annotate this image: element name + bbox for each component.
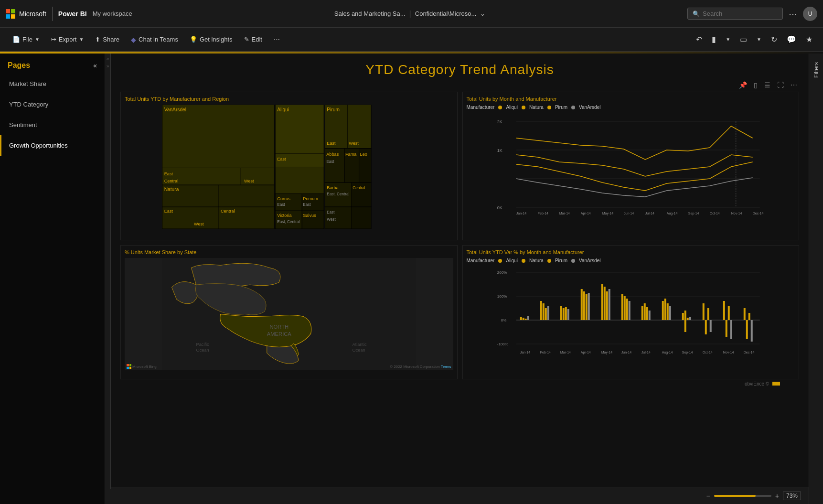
bar-chart-title: Total Units YTD Var % by Month and Manuf… [467,249,795,255]
treemap-container[interactable]: VanArsdel East Central West Natura [125,105,453,229]
svg-text:Salvus: Salvus [303,213,316,218]
svg-text:East: East [327,141,336,146]
treemap-svg: VanArsdel East Central West Natura [125,105,453,229]
svg-rect-118 [648,311,650,320]
toolbar-more[interactable]: ⋯ [269,33,285,46]
svg-rect-135 [730,320,732,339]
search-input[interactable] [703,10,774,17]
filter-icon[interactable]: ☰ [762,80,772,90]
svg-rect-136 [743,308,745,320]
svg-rect-130 [707,308,709,320]
microsoft-label: Microsoft [19,10,46,18]
svg-rect-121 [666,303,668,320]
svg-text:Feb-14: Feb-14 [540,351,550,354]
svg-text:Aug-14: Aug-14 [662,351,673,354]
zoom-slider[interactable] [714,495,771,497]
rect-icon[interactable]: ▭ [737,33,750,46]
pin-icon[interactable]: 📌 [737,80,749,90]
svg-rect-132 [723,301,725,320]
svg-text:East: East [326,160,334,164]
svg-rect-126 [686,318,688,320]
svg-text:VanArsdel: VanArsdel [164,107,186,112]
top-header: Microsoft Power BI My workspace Sales an… [0,0,823,28]
star-icon[interactable]: ★ [803,33,815,46]
collapse-icon[interactable]: « [93,62,97,69]
treemap-chart-box: Total Units YTD by Manufacturer and Regi… [120,92,458,240]
sidebar-item-growth-opportunities[interactable]: Growth Opportunities [0,135,105,156]
svg-rect-113 [626,299,628,320]
svg-text:East: East [164,172,173,176]
terms-link[interactable]: Terms [441,365,451,369]
svg-text:Jan-14: Jan-14 [520,351,530,354]
filters-panel[interactable]: Filters [809,54,823,504]
map-copyright: © 2022 Microsoft Corporation Terms [390,365,451,369]
bar-chart-area[interactable]: 200% 100% 0% -100% [467,265,795,375]
svg-rect-96 [542,303,544,320]
svg-text:Leo: Leo [360,152,367,157]
charts-grid: Total Units YTD by Manufacturer and Regi… [116,92,804,379]
zoom-plus-button[interactable]: + [775,492,779,500]
ellipsis-icon[interactable]: ⋯ [789,80,799,90]
legend-pirum: Pirum [555,105,567,110]
svg-rect-124 [684,311,686,320]
header-divider [52,7,53,21]
main-layout: Pages « Market Share YTD Category Sentim… [0,54,823,504]
svg-text:Abbas: Abbas [326,152,339,157]
line-chart-area[interactable]: 2K 1K 0K Jan-14 Feb-14 Mar-14 Apr-14 [467,112,795,236]
svg-text:Natura: Natura [164,187,179,192]
file-button[interactable]: 📄 File ▼ [8,33,44,46]
bookmark-chevron[interactable]: ▼ [723,35,733,44]
export-icon: ↦ [51,36,56,43]
bar-legend-natura: Natura [529,258,544,263]
svg-text:May-14: May-14 [602,212,613,215]
export-button[interactable]: ↦ Export ▼ [46,33,88,46]
svg-rect-138 [748,313,750,320]
chevron-down-icon: ⌄ [480,10,485,17]
svg-rect-139 [750,320,752,342]
map-canvas[interactable]: NORTH AMERICA Pacific Ocean Atlantic Oce… [125,258,453,370]
avatar[interactable]: U [803,7,817,21]
svg-rect-119 [662,301,663,320]
file-chevron: ▼ [35,37,40,42]
svg-text:Central: Central [221,209,235,214]
legend-label: Manufacturer [467,105,495,110]
svg-rect-107 [601,284,603,320]
svg-rect-134 [727,306,729,320]
svg-rect-104 [583,291,585,320]
comment-icon[interactable]: 💬 [784,33,799,46]
chat-button[interactable]: ◆ Chat in Teams [126,33,183,46]
more-options-icon[interactable]: ⋯ [789,9,797,19]
expand-icon[interactable]: ⛶ [775,80,786,90]
zoom-minus-button[interactable]: − [706,492,710,500]
svg-rect-99 [560,306,562,320]
svg-rect-122 [669,306,671,320]
copy-icon[interactable]: ▯ [752,80,759,90]
bing-credit: Microsoft Bing [127,363,157,369]
svg-text:West: West [194,222,204,226]
rect-chevron[interactable]: ▼ [754,35,764,44]
pages-title: Pages [8,61,30,70]
zoom-level[interactable]: 73% [783,492,801,500]
workspace-label[interactable]: My workspace [93,10,132,17]
svg-text:NORTH: NORTH [269,324,289,330]
sidebar-item-sentiment[interactable]: Sentiment [0,115,105,135]
sidebar-item-market-share[interactable]: Market Share [0,74,105,94]
svg-rect-95 [540,301,542,320]
share-button[interactable]: ⬆ Share [90,33,124,46]
insights-button[interactable]: 💡 Get insights [185,33,237,46]
bookmark-icon[interactable]: ▮ [709,33,719,46]
svg-rect-91 [520,317,522,320]
svg-rect-109 [606,291,608,320]
sidebar-item-ytd-category[interactable]: YTD Category [0,94,105,115]
refresh-icon[interactable]: ↻ [768,33,780,46]
undo-icon[interactable]: ↶ [693,33,705,46]
bar-legend-label: Manufacturer [467,258,495,263]
search-box[interactable]: 🔍 [687,8,783,20]
bar-legend-aliqui-dot [498,259,502,263]
svg-rect-123 [682,313,684,320]
sidebar-header: Pages « [0,54,105,74]
svg-text:Mar-14: Mar-14 [560,351,570,354]
filters-label[interactable]: Filters [813,62,820,78]
edit-button[interactable]: ✎ Edit [239,33,267,46]
microsoft-logo[interactable]: Microsoft [6,9,46,19]
